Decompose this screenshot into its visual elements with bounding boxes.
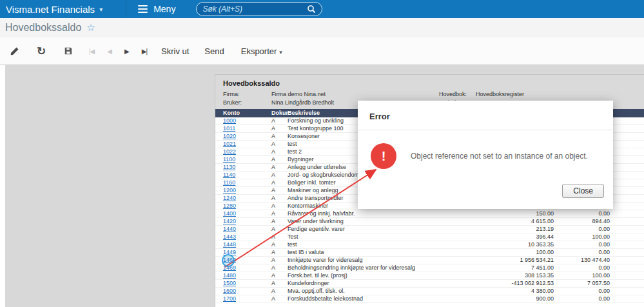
amount-cell: 0.00 xyxy=(555,226,611,233)
amount-cell: 4 615.00 xyxy=(471,218,555,225)
konto-link[interactable]: 1440 xyxy=(215,226,271,233)
filler-cell xyxy=(611,141,644,148)
description-cell: Beholdningsendring innkjøpte varer for v… xyxy=(288,264,471,272)
konto-link[interactable]: 1480 xyxy=(215,272,271,279)
amount-cell: 10 363.35 xyxy=(471,241,555,248)
table-row: 1500AKundefordringer-413 062 912.537 057… xyxy=(215,280,644,288)
next-record-button[interactable]: ▶ xyxy=(124,48,129,55)
konto-link[interactable]: 1240 xyxy=(215,195,271,202)
table-row: 1420AVarer under tilvirkning4 615.00894.… xyxy=(215,218,644,226)
table-row: 1443ATest396.44100.00 xyxy=(215,233,644,241)
search-icon[interactable] xyxy=(307,5,316,14)
table-row: 1440AFerdige egentilv. varer213.190.00 xyxy=(215,226,644,233)
konto-link[interactable]: 1600 xyxy=(215,288,271,295)
filler-cell xyxy=(611,156,644,163)
table-row: 1600AMva. opptj.off. tilsk. ol.4 380.000… xyxy=(215,288,644,295)
type-cell: A xyxy=(271,179,288,186)
konto-link[interactable]: 1500 xyxy=(215,280,271,287)
table-row: 1469ABeholdningsendring innkjøpte varer … xyxy=(215,264,644,272)
error-exclamation-icon: ! xyxy=(371,143,396,169)
type-cell: A xyxy=(271,218,288,225)
bruker-value: Nina Lindgårdb Bredholt xyxy=(271,99,334,106)
description-cell: Mva. opptj.off. tilsk. ol. xyxy=(288,288,471,295)
error-message: Object reference not set to an instance … xyxy=(411,152,588,161)
dialog-header: Error xyxy=(358,101,613,130)
konto-link[interactable]: 1443 xyxy=(215,233,271,241)
hovedbok-value: Hovedboksregister xyxy=(476,91,524,97)
konto-link[interactable]: 1160 xyxy=(215,179,271,186)
filler-cell xyxy=(611,164,644,171)
konto-link[interactable]: 1700 xyxy=(215,295,271,302)
pencil-icon xyxy=(10,46,19,56)
filler-cell xyxy=(611,218,644,225)
search-input[interactable] xyxy=(202,5,307,14)
konto-link[interactable]: 1420 xyxy=(215,218,271,225)
description-cell: Test xyxy=(288,233,471,241)
export-button[interactable]: Eksporter▾ xyxy=(241,46,282,56)
description-cell: Varer under tilvirkning xyxy=(288,218,471,225)
type-cell: A xyxy=(271,233,288,241)
konto-link[interactable]: 1022 xyxy=(215,148,271,155)
column-header: Konto xyxy=(215,109,271,117)
previous-record-button[interactable]: ◀ xyxy=(107,48,112,55)
chevron-down-icon: ▾ xyxy=(279,49,282,55)
filler-cell xyxy=(611,295,644,302)
table-row: 1400ARåvarer og innkj. halvfabr.150.000.… xyxy=(215,210,644,218)
favorite-star-icon[interactable]: ☆ xyxy=(86,22,95,34)
konto-link[interactable]: 1448 xyxy=(215,241,271,248)
konto-link[interactable]: 1400 xyxy=(215,210,271,217)
konto-link[interactable]: 1130 xyxy=(215,164,271,171)
error-dialog: Error ! Object reference not set to an i… xyxy=(358,101,613,209)
type-cell: A xyxy=(271,117,288,124)
type-cell: A xyxy=(271,210,288,217)
konto-link[interactable]: 1011 xyxy=(215,125,271,132)
description-cell: Ferdige egentilv. varer xyxy=(288,226,471,233)
close-button[interactable]: Close xyxy=(562,184,604,198)
filler-cell xyxy=(611,280,644,287)
save-button[interactable] xyxy=(62,45,75,57)
konto-link[interactable]: 1000 xyxy=(215,117,271,124)
breadcrumb: Hovedbokssaldo ☆ xyxy=(0,18,644,37)
konto-link[interactable]: 1449 xyxy=(215,249,271,256)
first-record-button[interactable]: |◀ xyxy=(89,48,94,55)
type-cell: A xyxy=(271,195,288,202)
firma-value: Firma demo Nina.net xyxy=(271,91,326,97)
filler-cell xyxy=(611,172,644,179)
type-cell: A xyxy=(271,164,288,171)
print-button[interactable]: Skriv ut xyxy=(161,46,189,56)
table-row: 1449Atest IB i valuta100.000.00 xyxy=(215,249,644,257)
search-box[interactable] xyxy=(196,2,322,16)
amount-cell: 900.00 xyxy=(471,295,555,302)
app-switcher[interactable]: Visma.net Financials ▾ xyxy=(0,0,112,18)
konto-link[interactable]: 1100 xyxy=(215,156,271,163)
refresh-button[interactable]: ↻ xyxy=(35,45,48,57)
description-cell: Kundefordringer xyxy=(288,280,471,287)
type-cell: A xyxy=(271,288,288,295)
type-cell: A xyxy=(271,226,288,233)
amount-cell: 1 956 534.21 xyxy=(471,257,555,264)
description-cell: Innkjøpte varer for videresalg xyxy=(288,257,471,264)
type-cell: A xyxy=(271,241,288,248)
konto-link[interactable]: 1021 xyxy=(215,141,271,148)
send-button[interactable]: Send xyxy=(204,46,224,56)
type-cell: A xyxy=(271,272,288,279)
konto-link[interactable]: 1280 xyxy=(215,203,271,210)
type-cell: A xyxy=(271,133,288,140)
last-record-button[interactable]: ▶| xyxy=(142,48,147,55)
konto-link[interactable]: 1460 xyxy=(215,257,271,264)
firma-label: Firma: xyxy=(223,91,240,97)
konto-link[interactable]: 1200 xyxy=(215,187,271,194)
konto-link[interactable]: 1020 xyxy=(215,133,271,140)
table-row: 1700AForskuddsbetalte leiekostnad900.000… xyxy=(215,295,644,303)
description-cell: Forsk.bet. til lev. (prosj) xyxy=(288,272,471,279)
description-cell: Råvarer og innkj. halvfabr. xyxy=(288,210,471,217)
edit-button[interactable] xyxy=(8,45,21,57)
filler-cell xyxy=(611,187,644,194)
filler-cell xyxy=(611,195,644,202)
konto-link[interactable]: 1469 xyxy=(215,264,271,272)
description-cell: Forskuddsbetalte leiekostnad xyxy=(288,295,471,302)
menu-button[interactable]: Meny xyxy=(126,0,187,18)
konto-link[interactable]: 1140 xyxy=(215,172,271,179)
dialog-title: Error xyxy=(369,112,390,121)
amount-cell: 150.00 xyxy=(471,210,555,217)
